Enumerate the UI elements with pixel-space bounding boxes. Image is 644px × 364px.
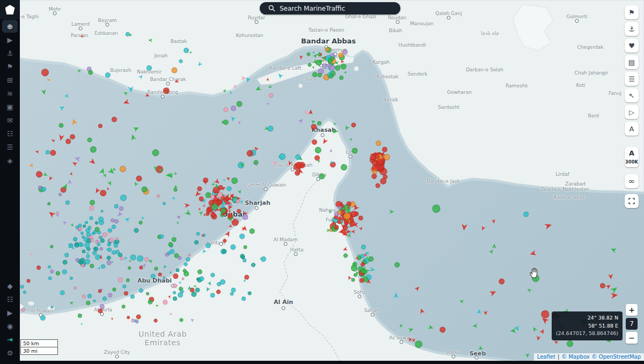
news-icon[interactable]: ✉	[2, 114, 18, 127]
labels-toggle[interactable]: A	[629, 149, 634, 158]
scale-km: 50 km	[20, 339, 58, 347]
screen-bezel	[0, 361, 644, 364]
coordinate-lat: 24° 38.82 N	[556, 314, 618, 322]
vessel-count-badge[interactable]: 300K	[625, 159, 638, 165]
login-icon[interactable]: ⇥	[2, 333, 18, 346]
map-scale: 50 km 30 mi	[20, 339, 58, 355]
zoom-in-button[interactable]: +	[626, 304, 638, 316]
scale-mi: 30 mi	[20, 347, 58, 355]
marinetraffic-logo[interactable]	[0, 0, 20, 19]
coordinate-lon: 58° 51.88 E	[556, 322, 618, 330]
measure-button[interactable]: ↖	[625, 88, 639, 102]
notifications-icon[interactable]: ◉	[2, 320, 18, 332]
sidebar-bottom-group: ◆☷▶◉⇥⚙	[2, 279, 18, 360]
zoom-out-button[interactable]: −	[626, 332, 638, 344]
hormuz-island	[336, 51, 343, 57]
left-sidebar: ⊕▶⚓⚑⊞≋▣✉☷☰◈ ◆☷▶◉⇥⚙	[0, 0, 20, 364]
larak-island	[354, 66, 359, 71]
my-ships-button[interactable]: ⚓	[625, 22, 639, 36]
zoom-controls: + 7 −	[626, 304, 638, 344]
playback-button[interactable]: ▷	[625, 105, 639, 119]
coastal-island	[28, 301, 34, 306]
ports-icon[interactable]: ⚓	[2, 47, 18, 60]
layers-button[interactable]: ▤	[625, 55, 639, 69]
fullscreen-button[interactable]	[625, 194, 639, 208]
data-services-icon[interactable]: ☷	[2, 127, 18, 140]
mapbox-link[interactable]: © Mapbox	[561, 354, 589, 360]
dashboard-icon[interactable]: ⊞	[2, 73, 18, 86]
coastal-island	[47, 306, 55, 310]
search-icon	[268, 5, 275, 12]
fullscreen-icon	[628, 198, 635, 204]
route-forecast-button[interactable]: ∞	[625, 174, 639, 188]
tags-icon[interactable]: ◆	[2, 279, 18, 292]
marinetraffic-app: MohrNakhl-e TaghiLamerdBeyramParsianEshk…	[0, 0, 644, 364]
photos-icon[interactable]: ▣	[2, 100, 18, 113]
leaflet-link[interactable]: Leaflet	[537, 354, 555, 360]
search-placeholder: Search MarineTraffic	[280, 5, 345, 12]
coordinates-box: 24° 38.82 N 58° 51.88 E (24.647017, 58.8…	[552, 311, 623, 340]
map-attribution: Leaflet | © Mapbox © OpenStreetMap	[534, 353, 644, 361]
attribution-separator: |	[558, 354, 559, 360]
settings-icon[interactable]: ⚙	[2, 346, 18, 359]
live-map-icon[interactable]: ⊕	[2, 20, 18, 33]
vessels-icon[interactable]: ▶	[2, 33, 18, 46]
filters-button[interactable]: ☰	[625, 72, 639, 86]
labels-button[interactable]: A	[625, 122, 639, 136]
search-bar[interactable]: Search MarineTraffic	[260, 2, 400, 14]
insights-icon[interactable]: ◈	[2, 154, 18, 167]
marinetraffic-logo-icon	[5, 5, 15, 14]
voyage-planner-icon[interactable]: ⚑	[2, 60, 18, 73]
reports-icon[interactable]: ☰	[2, 140, 18, 153]
favorites-button[interactable]: ♥	[625, 39, 639, 53]
map-canvas[interactable]	[0, 0, 644, 364]
ais-coverage-icon[interactable]: ≋	[2, 87, 18, 100]
right-toolbar: ⚑⚓♥▤☰↖▷A A 300K ∞	[625, 5, 639, 208]
hengam-island	[298, 84, 303, 88]
coordinate-decimal: (24.647017, 58.864746)	[556, 330, 618, 338]
zoom-level-badge: 7	[626, 318, 638, 330]
sidebar-top-group: ⊕▶⚓⚑⊞≋▣✉☷☰◈	[2, 19, 18, 167]
my-fleet-icon[interactable]: ▶	[2, 306, 18, 319]
datasets-icon[interactable]: ☷	[2, 293, 18, 306]
osm-link[interactable]: © OpenStreetMap	[592, 354, 641, 360]
bookmarks-button[interactable]: ⚑	[625, 5, 639, 19]
vessel-labels-box[interactable]: A 300K	[625, 147, 639, 167]
